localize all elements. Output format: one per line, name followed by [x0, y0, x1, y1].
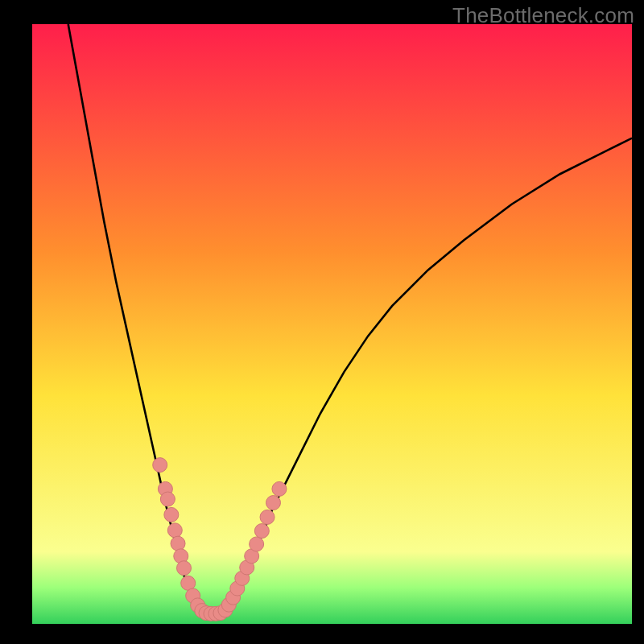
bottleneck-chart: [32, 24, 632, 624]
data-point: [164, 507, 179, 522]
data-point: [153, 458, 167, 473]
data-point: [160, 492, 175, 506]
data-point: [167, 523, 182, 538]
data-point: [171, 536, 185, 551]
data-point: [250, 537, 264, 551]
data-point: [254, 524, 269, 539]
gradient-background: [32, 24, 632, 624]
chart-frame: TheBottleneck.com: [0, 0, 644, 644]
data-point: [272, 481, 287, 496]
data-point: [176, 561, 191, 576]
data-point: [260, 510, 275, 524]
data-point: [266, 496, 280, 510]
